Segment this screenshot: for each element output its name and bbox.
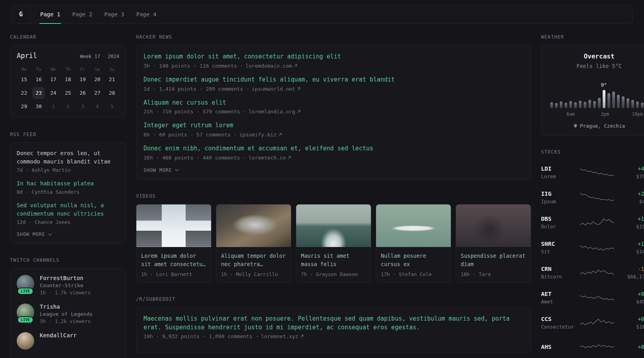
news-item: Lorem ipsum dolor sit amet, consectetur … — [144, 53, 524, 69]
stock-values: +0.46% — [617, 344, 644, 350]
weather-location: Prague, Czechia — [548, 123, 644, 129]
hackernews-show-more-button[interactable]: SHOW MORE — [144, 167, 179, 173]
news-item-title[interactable]: Donec enim nibh, condimentum et accumsan… — [144, 144, 524, 153]
video-card-body: Mauris sit amet massa felis 7h · Grayson… — [296, 247, 371, 282]
page-tab[interactable]: Page 3 — [103, 5, 125, 23]
page-tab[interactable]: Page 1 — [39, 5, 61, 23]
weather-peak-temp-label: 9° — [601, 82, 607, 88]
stock-name: Dolor — [541, 224, 577, 230]
weather-bar-slot — [569, 101, 572, 108]
separator-dot: · — [103, 54, 105, 59]
weather-bar — [550, 102, 553, 108]
stock-sparkline — [580, 317, 614, 329]
right-column: WEATHER Overcast Feels like 5°C — [541, 34, 644, 358]
app-logo[interactable]: G — [12, 5, 31, 23]
stock-row[interactable]: IIG Ipsum +2.84% $42.04 — [541, 185, 644, 210]
twitch-heading: TWITCH CHANNELS — [10, 257, 126, 263]
news-item-title[interactable]: Lorem ipsum dolor sit amet, consectetur … — [144, 53, 524, 61]
calendar-day: 5 — [106, 101, 118, 112]
avatar-image — [17, 332, 34, 350]
rss-item-title[interactable]: Sed volutpat nulla nisl, a condimentum n… — [17, 201, 119, 218]
calendar-day: 28 — [106, 88, 118, 99]
weather-bar-slot — [593, 101, 596, 108]
weather-bar — [555, 103, 558, 108]
page-tab[interactable]: Page 4 — [136, 5, 157, 23]
stock-row[interactable]: DBS Dolor +1.42% $156.28 — [541, 210, 644, 235]
video-card[interactable]: Nullam posuere cursus ex 17h · Stefan Co… — [376, 204, 451, 283]
stock-change: +1.36% — [617, 241, 644, 247]
stock-symbol: IIG — [541, 191, 577, 197]
stock-identity: AHS — [541, 344, 577, 350]
twitch-channel[interactable]: LIVE ForrestBurton Counter-Strike 1h · 1… — [17, 275, 119, 296]
page-tab[interactable]: Page 2 — [72, 5, 93, 23]
stock-row[interactable]: SNRC Sit +1.36% $148.64 — [541, 235, 644, 260]
rss-show-more-button[interactable]: SHOW MORE — [17, 232, 52, 237]
calendar-day: 1 — [47, 101, 59, 112]
news-item-title[interactable]: Integer eget rutrum lorem — [144, 121, 524, 130]
calendar-day: 16 — [33, 74, 45, 85]
rss-item-title[interactable]: Donec tempor eros leo, ut commodo mauris… — [17, 149, 119, 166]
stock-values: -1.00% $66,171.48 — [617, 266, 644, 280]
twitch-channel[interactable]: LIVE Trisha League of Legends 3h · 1.2k … — [17, 304, 119, 324]
hour-label: 2pm — [601, 111, 609, 117]
calendar-day-header: Tu — [31, 65, 46, 74]
video-title: Mauris sit amet massa felis — [301, 252, 366, 268]
stock-row[interactable]: LDI Lorem +4.35% $795.18 — [541, 160, 644, 185]
stock-row[interactable]: AHS +0.46% — [541, 335, 644, 358]
channel-name: KendallCarr — [40, 332, 77, 339]
stock-sparkline — [580, 267, 614, 279]
news-item-domain-link[interactable]: ipsumworld.net — [252, 86, 301, 92]
video-card[interactable]: Suspendisse placerat diam 18h · Tara — [456, 204, 531, 283]
stock-price: $499.72 — [617, 299, 644, 305]
external-link-icon — [294, 64, 297, 68]
news-item-meta: 6h · 60 points · 57 comments · ipsumify.… — [144, 132, 524, 138]
channel-name: Trisha — [40, 304, 93, 310]
calendar-day: 29 — [18, 101, 30, 112]
twitch-widget: TWITCH CHANNELS LIVE ForrestBurton Count… — [10, 257, 126, 358]
stock-change: +1.42% — [617, 216, 644, 222]
news-item-domain-link[interactable]: loremlandia.org — [248, 109, 300, 115]
weather-bar — [636, 101, 639, 108]
video-title: Nullam posuere cursus ex — [381, 252, 446, 268]
stock-row[interactable]: CCS Consectetur +0.51% $165.84 — [541, 310, 644, 335]
news-item-domain-link[interactable]: loremdomain.com — [245, 63, 297, 69]
video-thumbnail — [456, 204, 531, 247]
news-item-domain-link[interactable]: ipsumify.biz — [239, 132, 282, 138]
stock-symbol: SNRC — [541, 241, 577, 247]
stock-symbol: DBS — [541, 216, 577, 222]
video-card-body: Suspendisse placerat diam 18h · Tara — [456, 247, 531, 282]
news-item-domain-link[interactable]: loremtech.co — [248, 155, 291, 161]
external-link-icon — [287, 156, 291, 160]
video-card[interactable]: Mauris sit amet massa felis 7h · Grayson… — [296, 204, 371, 283]
video-card[interactable]: Lorem ipsum dolor sit amet consectetu… 1… — [136, 204, 211, 283]
subreddit-post-title[interactable]: Maecenas mollis pulvinar erat non posuer… — [144, 315, 524, 332]
subreddit-post-domain-link[interactable]: loremnet.xyz — [261, 333, 304, 339]
stock-row[interactable]: CRN Bitcorn -1.00% $66,171.48 — [541, 260, 644, 285]
weather-bar-slot — [622, 96, 625, 108]
video-card[interactable]: Aliquam tempor dolor nec pharetra… 1h · … — [216, 204, 291, 283]
stock-values: +1.42% $156.28 — [617, 216, 644, 230]
stock-price: $42.04 — [617, 198, 644, 204]
calendar-day: 17 — [47, 74, 59, 85]
hour-label: 6am — [566, 111, 575, 117]
weather-bar — [627, 98, 629, 108]
video-meta: 1h · Lori Barnett — [141, 271, 206, 277]
rss-item-title[interactable]: In hac habitasse platea — [17, 179, 119, 188]
video-meta: 7h · Grayson Dawson — [301, 271, 366, 277]
stock-name: Bitcorn — [541, 274, 577, 280]
weather-bar — [631, 100, 634, 108]
news-item-title[interactable]: Donec imperdiet augue tincidunt felis al… — [144, 76, 524, 84]
stock-identity: IIG Ipsum — [541, 191, 577, 204]
weather-location-text: Prague, Czechia — [580, 123, 625, 129]
stock-row[interactable]: AET Amet +0.92% $499.72 — [541, 285, 644, 310]
channel-avatar: LIVE — [17, 275, 34, 292]
dashboard: CALENDAR April Week 17·2024 MoTuWeThFrSa… — [0, 24, 644, 358]
weather-bar — [622, 96, 625, 108]
twitch-channel[interactable]: KendallCarr — [17, 332, 119, 350]
weather-bar — [588, 100, 591, 108]
video-thumbnail — [376, 204, 451, 247]
stock-sparkline — [580, 341, 614, 353]
stock-values: +0.92% $499.72 — [617, 291, 644, 305]
stock-values: +4.35% $795.18 — [617, 165, 644, 179]
news-item-title[interactable]: Aliquam nec cursus elit — [144, 99, 524, 107]
